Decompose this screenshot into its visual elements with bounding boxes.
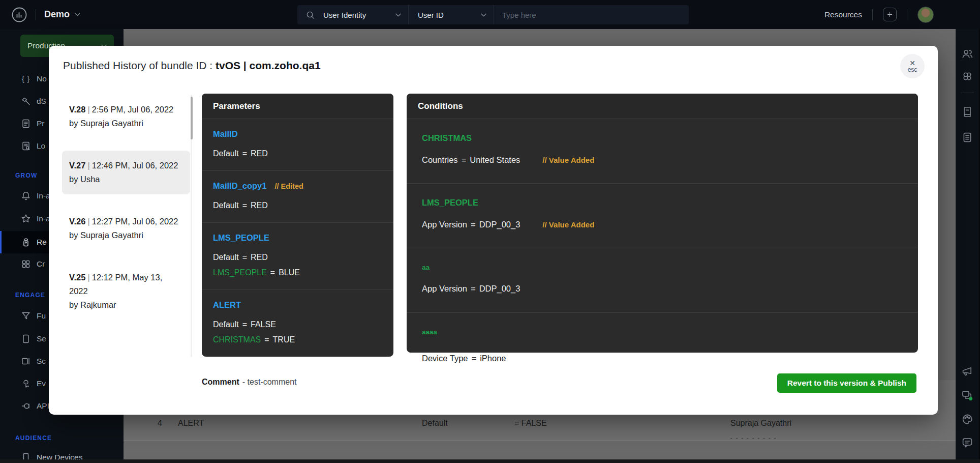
condition-section: aa App Version=DDP_00_3 (407, 248, 918, 313)
plus-icon (886, 11, 894, 18)
app-logo-icon (11, 7, 27, 23)
users-icon[interactable] (961, 47, 973, 60)
row-author: Supraja Gayathri (730, 419, 791, 428)
megaphone-icon[interactable] (961, 365, 973, 378)
published-history-modal: Published History of bundle ID : tvOS | … (49, 46, 938, 415)
right-rail (956, 29, 979, 459)
scrollbar-thumb[interactable] (191, 97, 193, 139)
search-field-value: User ID (418, 11, 444, 19)
value-added-flag: // Value Added (542, 220, 594, 229)
condition-section: CHRISTMAS Countries=United States// Valu… (407, 119, 918, 184)
version-author: by Supraja Gayathri (69, 228, 183, 242)
session-icon (20, 334, 32, 344)
parameter-section: ALERT Default=FALSE CHRISTMAS=TRUE (202, 290, 393, 357)
divider (907, 9, 907, 20)
divider (961, 93, 974, 93)
close-icon: ✕ (909, 60, 915, 67)
row-value: = FALSE (514, 419, 547, 428)
edited-flag: // Edited (274, 182, 303, 190)
parameter-name: ALERT (213, 300, 241, 309)
avatar[interactable] (917, 7, 934, 23)
parameters-panel: Parameters MailID Default=RED MailID_cop… (202, 94, 393, 357)
comment-line: Comment- test-comment (202, 378, 296, 387)
divider (124, 441, 956, 441)
document-icon (20, 119, 32, 129)
row-param-name: ALERT (178, 419, 204, 428)
conditions-panel: Conditions CHRISTMAS Countries=United St… (407, 94, 918, 353)
divider (872, 9, 873, 20)
bell-icon (20, 191, 32, 201)
condition-name: aaaa (422, 328, 437, 336)
search-icon (305, 10, 315, 20)
chevron-down-icon (395, 13, 401, 17)
value-added-flag: // Value Added (542, 156, 594, 164)
row-author-sub: - - - - - - - - - (730, 435, 777, 441)
modal-title: Published History of bundle ID : tvOS | … (63, 60, 321, 72)
condition-section: LMS_PEOPLE App Version=DDP_00_3// Value … (407, 184, 918, 248)
chevron-down-icon (481, 13, 486, 17)
log-search-icon (20, 141, 32, 151)
plug-icon (20, 401, 32, 411)
condition-section: aaaa (407, 313, 918, 353)
condition-name: LMS_PEOPLE (422, 198, 478, 207)
sidebar-section-grow: GROW (15, 170, 37, 181)
touch-icon (20, 379, 32, 389)
parameters-header: Parameters (202, 94, 393, 119)
parameter-section: MailID Default=RED (202, 119, 393, 171)
condition-name: CHRISTMAS (422, 133, 472, 142)
search-input[interactable] (494, 6, 689, 24)
resources-link[interactable]: Resources (824, 10, 862, 19)
star-icon (20, 214, 32, 224)
version-author: by Supraja Gayathri (69, 117, 183, 130)
clover-icon[interactable] (961, 70, 973, 82)
row-index: 4 (158, 419, 162, 428)
version-list: V.28|2:56 PM, Jul 06, 2022 by Supraja Ga… (62, 95, 190, 332)
grid-icon (20, 259, 32, 269)
window-bottom-bar (0, 459, 980, 463)
version-item[interactable]: V.25|12:12 PM, May 13, 2022 by Rajkumar (62, 263, 190, 320)
search-field-dropdown[interactable]: User ID (409, 5, 494, 24)
comment-value: - test-comment (242, 378, 297, 386)
funnel-icon (20, 311, 32, 321)
esc-label: esc (908, 67, 917, 73)
revert-publish-button[interactable]: Revert to this version & Publish (777, 373, 916, 393)
top-bar: Demo User Identity User ID Resources (0, 0, 980, 29)
search-category-dropdown[interactable]: User Identity (321, 5, 409, 24)
version-item-selected[interactable]: V.27|12:46 PM, Jul 06, 2022 by Usha (62, 151, 190, 194)
search-bar[interactable]: User Identity User ID (297, 5, 689, 24)
hammer-icon (20, 96, 32, 106)
version-author: by Usha (69, 172, 183, 186)
remote-config-icon (20, 237, 32, 247)
parameter-section: MailID_copy1// Edited Default=RED (202, 171, 393, 223)
book-icon[interactable] (961, 106, 973, 118)
search-category-value: User Identity (323, 11, 366, 19)
chevron-down-icon[interactable] (75, 13, 80, 16)
version-item[interactable]: V.28|2:56 PM, Jul 06, 2022 by Supraja Ga… (62, 95, 190, 138)
condition-overflow-row: Device Type=iPhone (422, 354, 506, 363)
palette-icon[interactable] (961, 413, 973, 425)
parameter-name: LMS_PEOPLE (213, 233, 269, 242)
condition-name: aa (422, 264, 430, 271)
feedback-bubble-icon[interactable] (961, 437, 973, 449)
comment-label: Comment (202, 378, 239, 386)
close-button[interactable]: ✕ esc (900, 54, 925, 78)
divider (36, 9, 36, 20)
sidebar-section-engage: ENGAGE (15, 290, 45, 300)
sidebar-section-audience: AUDIENCE (15, 433, 52, 443)
version-item[interactable]: V.26|12:27 PM, Jul 06, 2022 by Supraja G… (62, 207, 190, 250)
bundle-id: tvOS | com.zoho.qa1 (216, 60, 321, 71)
chat-icon[interactable] (961, 389, 973, 401)
project-name[interactable]: Demo (44, 9, 70, 20)
braces-icon: { } (20, 75, 32, 83)
add-button[interactable] (883, 8, 897, 21)
screens-icon (20, 356, 32, 366)
conditions-header: Conditions (407, 94, 918, 119)
document-list-icon[interactable] (961, 131, 973, 143)
row-key: Default (422, 419, 448, 428)
parameter-name: MailID (213, 129, 238, 138)
version-author: by Rajkumar (69, 298, 183, 312)
parameter-section: LMS_PEOPLE Default=RED LMS_PEOPLE=BLUE (202, 223, 393, 290)
parameter-name: MailID_copy1 (213, 181, 266, 190)
